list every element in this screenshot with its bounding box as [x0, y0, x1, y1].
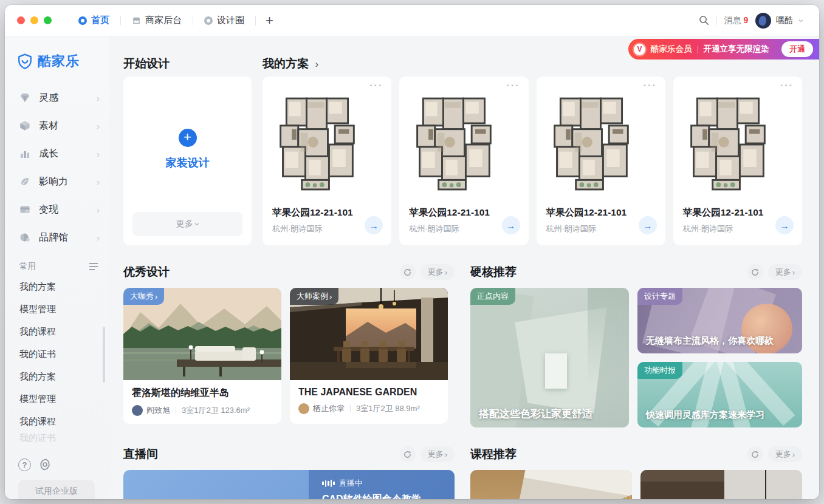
user-avatar[interactable]: [755, 13, 771, 29]
sidebar-item-clipped[interactable]: 我的证书: [5, 433, 109, 443]
plan-card[interactable]: ··· 苹果公园12-21-101 杭州·朗诗国际 →: [673, 77, 802, 245]
sidebar-item-model-manage[interactable]: 模型管理: [5, 298, 109, 321]
courses-section: 课程推荐 更多›: [470, 446, 802, 499]
section-title-hardcore: 硬核推荐: [470, 264, 517, 280]
tab-divider: [193, 16, 193, 26]
common-title: 常用: [19, 261, 36, 272]
search-icon[interactable]: [699, 15, 709, 26]
hardcore-side-card[interactable]: 设计专题 无缝墙布主流风格，你喜欢哪款: [637, 288, 802, 353]
close-button[interactable]: [17, 16, 25, 24]
tab-design-circle[interactable]: 设计圈: [202, 15, 247, 26]
more-button[interactable]: 更多›: [768, 264, 802, 280]
refresh-button[interactable]: [747, 264, 763, 280]
plan-name: 苹果公园12-21-101: [409, 206, 518, 219]
member-promo-banner[interactable]: V 酷家乐会员 开通立享无限渲染 开通: [628, 39, 819, 60]
sidebar-nav: 灵感 › 素材 › 成长 › 影响力 ›: [5, 84, 109, 251]
plan-card[interactable]: ··· 苹果公园12-21-101 杭州·朗诗国际 →: [263, 77, 391, 245]
sidebar-item-influence[interactable]: 影响力 ›: [5, 168, 109, 196]
plus-icon[interactable]: +: [179, 129, 197, 147]
course-card[interactable]: [640, 470, 802, 499]
more-options-icon[interactable]: ···: [369, 80, 383, 91]
card-caption: 搭配这些色彩让家更舒适: [479, 407, 592, 421]
hardcore-feature-card[interactable]: 正点内容 搭配这些色彩让家更舒适: [470, 288, 629, 427]
badge-gongneng: 功能时报: [637, 362, 682, 379]
author-name[interactable]: 阎致旭: [146, 405, 170, 416]
list-icon[interactable]: [89, 262, 98, 271]
more-button[interactable]: 更多›: [768, 446, 802, 462]
tab-home[interactable]: 首页: [76, 15, 112, 26]
open-plan-arrow-icon[interactable]: →: [639, 216, 657, 234]
badge-master-case[interactable]: 大师案例›: [290, 288, 338, 305]
new-home-design-button[interactable]: 家装设计: [166, 155, 210, 170]
tab-merchant[interactable]: 商家后台: [129, 15, 184, 26]
author-name[interactable]: 栖止你掌: [313, 403, 345, 414]
more-button[interactable]: 更多›: [421, 446, 455, 462]
chevron-down-icon[interactable]: ›: [798, 19, 806, 22]
messages-link[interactable]: 消息9: [724, 15, 749, 26]
open-plan-arrow-icon[interactable]: →: [502, 216, 520, 234]
sidebar-item-my-plans[interactable]: 我的方案: [5, 276, 109, 298]
plan-name: 苹果公园12-21-101: [546, 206, 656, 219]
more-options-icon[interactable]: ···: [780, 80, 794, 91]
tab-label: 首页: [91, 15, 109, 26]
shop-icon: [132, 16, 141, 25]
more-options-icon[interactable]: ···: [507, 80, 520, 91]
dark-interior-image: [640, 470, 802, 499]
badge-daka-show[interactable]: 大咖秀›: [123, 288, 164, 305]
help-icon[interactable]: ?: [18, 458, 31, 471]
chevron-right-icon: ›: [97, 233, 100, 243]
plan-card[interactable]: ··· 苹果公园12-21-101 杭州·朗诗国际 →: [399, 77, 528, 245]
floorplan-thumbnail: [272, 94, 361, 196]
hardcore-side-card[interactable]: 功能时报 快速调用灵感库方案速来学习: [637, 362, 802, 427]
refresh-button[interactable]: [747, 446, 763, 462]
sidebar-item-my-certs[interactable]: 我的证书: [5, 343, 109, 366]
username[interactable]: 嘿酷: [776, 15, 793, 26]
open-plan-arrow-icon[interactable]: →: [775, 216, 794, 234]
refresh-button[interactable]: [400, 264, 416, 280]
sidebar-item-brand-hall[interactable]: 品牌馆 ›: [5, 223, 109, 251]
promo-open-button[interactable]: 开通: [781, 41, 813, 57]
course-card[interactable]: [470, 470, 632, 499]
gear-icon[interactable]: [38, 458, 52, 471]
trial-enterprise-button[interactable]: 试用企业版: [18, 480, 95, 499]
sidebar-footer: ? 试用企业版: [5, 458, 109, 499]
refresh-icon: [403, 451, 411, 458]
more-button[interactable]: 更多›: [421, 264, 455, 280]
new-tab-button[interactable]: +: [264, 14, 275, 27]
topbar-divider: [716, 16, 717, 25]
tab-label: 设计圈: [217, 15, 244, 26]
sidebar-item-growth[interactable]: 成长 ›: [5, 140, 109, 168]
sidebar-item-my-courses[interactable]: 我的课程: [5, 410, 109, 433]
app-logo[interactable]: 酷家乐: [5, 36, 109, 70]
section-title-my-plans: 我的方案: [263, 57, 309, 70]
live-room-card[interactable]: 直播中 CAD软件绘图命令教学: [123, 470, 455, 499]
minimize-button[interactable]: [30, 16, 38, 24]
sidebar-item-materials[interactable]: 素材 ›: [5, 112, 109, 140]
plan-card[interactable]: ··· 苹果公园12-21-101 杭州·朗诗国际 →: [537, 77, 665, 245]
design-card[interactable]: 大咖秀› 霍洛斯堪的纳维亚半岛 阎致旭 3室1厅2卫 123.6m²: [123, 288, 281, 424]
promo-brand: 酷家乐会员: [651, 44, 692, 55]
brand-icon: [19, 232, 30, 243]
refresh-icon: [751, 451, 759, 458]
sidebar-item-my-plans[interactable]: 我的方案: [5, 366, 109, 388]
design-card[interactable]: 大师案例› THE JAPANESE GARDEN 栖止你掌 3室1厅2卫 88…: [290, 288, 448, 424]
sidebar-item-model-manage[interactable]: 模型管理: [5, 388, 109, 410]
topbar-right: 消息9 嘿酷 ›: [699, 13, 819, 29]
messages-count-badge: 9: [744, 15, 749, 25]
sidebar-item-monetize[interactable]: 变现 ›: [5, 196, 109, 223]
sidebar-item-my-courses[interactable]: 我的课程: [5, 321, 109, 343]
chevron-right-icon: ›: [97, 93, 100, 103]
author-avatar: [132, 405, 143, 416]
zoom-button[interactable]: [44, 16, 52, 24]
sidebar-scrollbar[interactable]: [103, 327, 105, 383]
refresh-icon: [403, 268, 411, 276]
sidebar-item-inspiration[interactable]: 灵感 ›: [5, 84, 109, 112]
author-avatar: [298, 403, 309, 414]
tab-divider: [255, 16, 256, 26]
start-more-button[interactable]: 更多 ›: [132, 212, 242, 236]
more-options-icon[interactable]: ···: [644, 80, 657, 91]
chevron-right-icon: ›: [97, 149, 100, 159]
floorplan-thumbnail: [409, 94, 498, 196]
window-titlebar: 首页 商家后台 设计圈 + 消息9 嘿酷 ›: [5, 5, 819, 36]
refresh-button[interactable]: [400, 446, 416, 462]
